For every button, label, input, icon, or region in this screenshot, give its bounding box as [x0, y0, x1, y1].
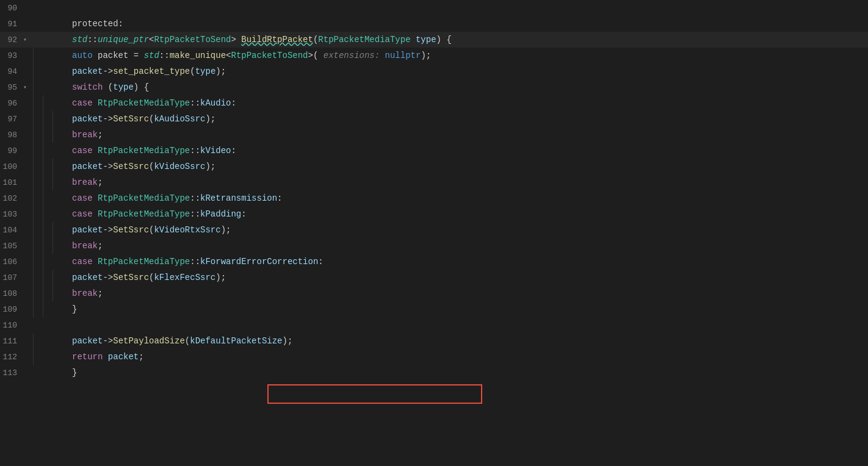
indent-guide [62, 95, 72, 111]
indent-guide [52, 333, 62, 349]
indent-guide [43, 0, 52, 16]
line-number: 107 [0, 273, 23, 282]
indent-guide [62, 365, 72, 381]
indent-guide [52, 48, 62, 63]
indent-guide [52, 127, 62, 143]
indent-guide [33, 222, 43, 238]
indent-guide [33, 270, 43, 285]
indent-guide [62, 349, 72, 365]
line-number: 109 [0, 305, 23, 314]
code-line: 110 [0, 317, 868, 333]
code-line: 109} [0, 301, 868, 317]
indent-guide [62, 79, 72, 95]
indent-guide [52, 285, 62, 301]
indent-guide [52, 365, 62, 381]
line-number: 102 [0, 194, 23, 203]
code-tokens: } [72, 368, 868, 378]
indent-guide [43, 270, 52, 285]
line-number: 96 [0, 99, 23, 108]
code-tokens: packet->SetSsrc(kAudioSsrc); [72, 114, 868, 124]
code-tokens: packet->SetSsrc(kFlexFecSsrc); [72, 273, 868, 282]
indent-guide [52, 190, 62, 206]
code-tokens: case RtpPacketMediaType::kAudio: [72, 98, 868, 108]
code-tokens: return packet; [72, 352, 868, 362]
indent-guide [62, 206, 72, 222]
line-number: 95 [0, 83, 23, 92]
indent-guide [52, 32, 62, 48]
indent-guide [62, 63, 72, 79]
code-line: 105break; [0, 238, 868, 254]
code-line: 97packet->SetSsrc(kAudioSsrc); [0, 111, 868, 127]
code-line: 95▾switch (type) { [0, 79, 868, 95]
line-number: 101 [0, 178, 23, 187]
line-number: 99 [0, 146, 23, 156]
line-number: 90 [0, 4, 23, 13]
indent-guide [62, 238, 72, 254]
indent-guide [33, 285, 43, 301]
code-tokens: packet->set_packet_type(type); [72, 66, 868, 76]
code-line: 107packet->SetSsrc(kFlexFecSsrc); [0, 270, 868, 285]
indent-guide [33, 32, 43, 48]
indent-guide [52, 16, 62, 32]
indent-guide [43, 317, 52, 333]
indent-guide [33, 174, 43, 190]
indent-guide [43, 143, 52, 159]
code-tokens: packet->SetPayloadSize(kDefaultPacketSiz… [72, 336, 868, 346]
code-line: 104packet->SetSsrc(kVideoRtxSsrc); [0, 222, 868, 238]
indent-guide [52, 206, 62, 222]
indent-guide [43, 206, 52, 222]
line-number: 110 [0, 321, 23, 330]
code-line: 90 [0, 0, 868, 16]
code-line: 102case RtpPacketMediaType::kRetransmiss… [0, 190, 868, 206]
indent-guide [52, 0, 62, 16]
fold-button[interactable]: ▾ [23, 36, 33, 43]
indent-guide [62, 317, 72, 333]
indent-guide [52, 111, 62, 127]
indent-guide [62, 222, 72, 238]
line-number: 100 [0, 162, 23, 171]
code-tokens: auto packet = std::make_unique<RtpPacket… [72, 51, 868, 60]
indent-guide [62, 111, 72, 127]
line-number: 111 [0, 337, 23, 346]
indent-guide [62, 32, 72, 48]
indent-guide [52, 317, 62, 333]
indent-guide [33, 254, 43, 270]
code-line: 99case RtpPacketMediaType::kVideo: [0, 143, 868, 159]
indent-guide [33, 317, 43, 333]
code-tokens: std::unique_ptr<RtpPacketToSend> BuildRt… [72, 35, 868, 45]
code-line: 101break; [0, 174, 868, 190]
indent-guide [52, 174, 62, 190]
code-line: 113} [0, 365, 868, 381]
line-number: 97 [0, 115, 23, 124]
indent-guide [33, 95, 43, 111]
line-number: 98 [0, 131, 23, 140]
indent-guide [43, 254, 52, 270]
indent-guide [43, 222, 52, 238]
indent-guide [62, 254, 72, 270]
indent-guide [43, 190, 52, 206]
line-number: 104 [0, 226, 23, 235]
line-number: 105 [0, 242, 23, 251]
indent-guide [43, 95, 52, 111]
code-tokens: break; [72, 177, 868, 187]
line-number: 106 [0, 257, 23, 267]
indent-guide [33, 16, 43, 32]
indent-guide [62, 174, 72, 190]
indent-guide [33, 111, 43, 127]
indent-guide [52, 222, 62, 238]
code-tokens: protected: [72, 19, 868, 29]
code-line: 106case RtpPacketMediaType::kForwardErro… [0, 254, 868, 270]
indent-guide [33, 0, 43, 16]
indent-guide [62, 301, 72, 317]
indent-guide [43, 333, 52, 349]
code-line: 112return packet; [0, 349, 868, 365]
code-line: 94packet->set_packet_type(type); [0, 63, 868, 79]
indent-guide [43, 174, 52, 190]
fold-button[interactable]: ▾ [23, 84, 33, 91]
indent-guide [43, 238, 52, 254]
indent-guide [62, 159, 72, 174]
indent-guide [43, 365, 52, 381]
indent-guide [43, 301, 52, 317]
indent-guide [33, 159, 43, 174]
code-line: 93auto packet = std::make_unique<RtpPack… [0, 48, 868, 63]
